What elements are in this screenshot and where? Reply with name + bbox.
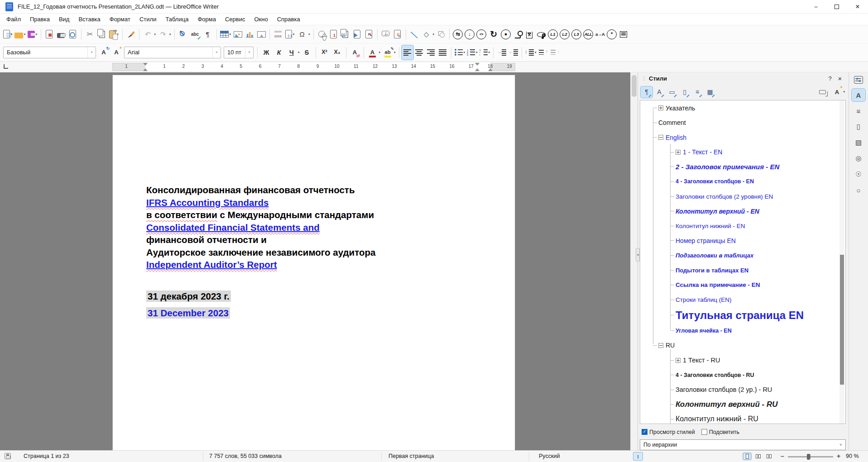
- numbered-list-button[interactable]: ▾: [466, 45, 479, 60]
- frame-styles-button[interactable]: ▭: [666, 86, 678, 98]
- page-styles-button[interactable]: ▯: [679, 86, 691, 98]
- basic-shapes-button[interactable]: ◇▾: [420, 27, 436, 42]
- dropdown-arrow-icon[interactable]: ▾: [24, 33, 26, 36]
- style-item-title-page-en[interactable]: Титульная страница EN: [640, 307, 845, 324]
- chevron-down-icon[interactable]: ˅: [245, 47, 253, 58]
- tab-properties[interactable]: ≡: [852, 105, 865, 117]
- macro-pin-button[interactable]: [512, 27, 523, 42]
- copy-button[interactable]: [96, 27, 108, 42]
- document-line[interactable]: Аудиторское заключение независимого ауди…: [146, 246, 490, 259]
- dropdown-arrow-icon[interactable]: ▾: [433, 33, 435, 36]
- dropdown-arrow-icon[interactable]: ▾: [36, 33, 38, 36]
- subscript-button[interactable]: X₂: [331, 45, 344, 60]
- single-page-view-button[interactable]: [743, 453, 751, 459]
- document-line[interactable]: 31 December 2023: [146, 307, 490, 319]
- insert-shape-button[interactable]: [435, 27, 447, 42]
- macro-download-button[interactable]: ↓: [464, 27, 475, 42]
- page-style-status[interactable]: Первая страница: [388, 453, 434, 459]
- dropdown-arrow-icon[interactable]: ▾: [476, 51, 478, 54]
- expand-icon[interactable]: [658, 105, 663, 110]
- page-count-status[interactable]: Страница 1 из 23: [24, 453, 69, 459]
- dropdown-arrow-icon[interactable]: ▾: [464, 51, 465, 54]
- style-item-note-heading-en[interactable]: 2 - Заголовок примечания - EN: [640, 160, 845, 175]
- multi-page-view-button[interactable]: [754, 453, 762, 459]
- tab-style-inspector[interactable]: ☉: [852, 168, 865, 181]
- dropdown-arrow-icon[interactable]: ▾: [394, 51, 396, 54]
- new-document-button[interactable]: ▾: [2, 27, 14, 42]
- paste-button[interactable]: ▾: [108, 27, 120, 42]
- style-item-header-top-ru[interactable]: Колонтитул верхний - RU: [640, 397, 845, 412]
- dropdown-arrow-icon[interactable]: ▾: [489, 51, 490, 54]
- undo-button[interactable]: ↶▾: [142, 27, 157, 42]
- para-space-increase-button[interactable]: [537, 45, 549, 60]
- right-indent-marker[interactable]: [475, 66, 480, 71]
- dropdown-arrow-icon[interactable]: ▾: [843, 90, 845, 94]
- zoom-level[interactable]: 90 %: [846, 453, 859, 459]
- style-item-col-headers2-ru[interactable]: Заголовки столбцов (2 ур.) - RU: [640, 382, 845, 397]
- tab-accessibility[interactable]: ○: [852, 184, 865, 196]
- line-spacing-button[interactable]: ▾: [524, 45, 537, 60]
- chevron-down-icon[interactable]: ˅: [212, 47, 221, 58]
- find-replace-button[interactable]: a: [177, 27, 189, 42]
- align-right-button[interactable]: [425, 45, 437, 60]
- lang-l2-button[interactable]: L2: [559, 27, 571, 42]
- styles-list-scrollbar[interactable]: [839, 100, 844, 424]
- style-item-text-en[interactable]: 1 - Текст - EN: [640, 145, 845, 160]
- tab-navigator[interactable]: ◎: [852, 152, 865, 165]
- insert-textbox-button[interactable]: [255, 27, 267, 42]
- lang-tools-button[interactable]: *: [606, 27, 618, 42]
- menu-Вид[interactable]: Вид: [54, 14, 74, 24]
- menu-Стили[interactable]: Стили: [135, 14, 161, 24]
- styles-filter-select[interactable]: По иерархии ˅: [640, 439, 846, 450]
- bullet-list-button[interactable]: ▾: [454, 45, 466, 60]
- insert-bookmark-button[interactable]: [351, 27, 363, 42]
- highlight-checkbox[interactable]: [701, 429, 707, 435]
- save-button[interactable]: ▾: [27, 27, 38, 42]
- close-button[interactable]: ×: [847, 0, 868, 13]
- macro-delete-button[interactable]: [523, 27, 535, 42]
- highlight-color-button[interactable]: ab▾: [381, 45, 397, 60]
- redo-button[interactable]: ↷▾: [157, 27, 172, 42]
- panel-close-button[interactable]: ×: [835, 74, 845, 83]
- style-item-table-subtotals-en[interactable]: Подытоги в таблицах EN: [640, 263, 845, 278]
- document-canvas[interactable]: Консолидированная финансовая отчетностьI…: [0, 72, 630, 450]
- para-space-decrease-button[interactable]: [549, 45, 561, 60]
- style-item-header-top-en[interactable]: Колонтитул верхний - EN: [640, 204, 845, 219]
- vertical-scrollbar-thumb[interactable]: [632, 75, 637, 97]
- collapse-icon[interactable]: [658, 135, 663, 140]
- menu-Форма[interactable]: Форма: [193, 14, 221, 24]
- language-status[interactable]: Русский: [539, 453, 560, 459]
- insert-cross-reference-button[interactable]: [363, 27, 375, 42]
- zoom-slider[interactable]: [788, 456, 833, 457]
- document-line[interactable]: 31 декабря 2023 г.: [146, 290, 490, 303]
- dropdown-arrow-icon[interactable]: ▾: [293, 33, 295, 36]
- document-modified-icon[interactable]: [5, 453, 11, 459]
- document-line[interactable]: Independent Auditor’s Report: [146, 258, 490, 271]
- new-style-from-selection-button[interactable]: A▾: [830, 85, 846, 99]
- styles-list-scrollbar-thumb[interactable]: [840, 255, 844, 385]
- dropdown-arrow-icon[interactable]: ▾: [535, 51, 537, 54]
- style-item-page-number-en[interactable]: Номер страницы EN: [640, 233, 845, 248]
- style-item-table-subheads-en[interactable]: Подзаголовки в таблицах: [640, 248, 845, 263]
- font-name-combobox[interactable]: Arial˅: [124, 47, 221, 58]
- formatting-marks-button[interactable]: ¶: [201, 27, 214, 42]
- strikethrough-button[interactable]: S: [301, 45, 313, 60]
- decrease-indent-button[interactable]: [508, 45, 519, 60]
- track-changes-button[interactable]: [392, 27, 403, 42]
- align-left-button[interactable]: [402, 45, 413, 60]
- zoom-in-button[interactable]: +: [837, 452, 840, 460]
- fill-format-mode-button[interactable]: [818, 85, 830, 99]
- left-indent-marker[interactable]: [143, 66, 148, 71]
- open-button[interactable]: ▾: [14, 27, 27, 42]
- style-item-note-ref-en[interactable]: Ссылка на примечание - EN: [640, 277, 845, 292]
- horizontal-ruler[interactable]: 112345678910111213141516171819: [0, 63, 630, 71]
- menu-Файл[interactable]: Файл: [2, 14, 25, 24]
- translate-button[interactable]: a→A: [594, 27, 606, 42]
- menu-Таблица[interactable]: Таблица: [161, 14, 193, 24]
- expand-icon[interactable]: [676, 150, 681, 155]
- special-character-button[interactable]: Ω▾: [296, 27, 311, 42]
- tab-styles[interactable]: A: [852, 89, 865, 101]
- increase-indent-button[interactable]: [496, 45, 508, 60]
- zoom-out-button[interactable]: –: [781, 452, 784, 460]
- tab-page[interactable]: ▯: [852, 120, 865, 133]
